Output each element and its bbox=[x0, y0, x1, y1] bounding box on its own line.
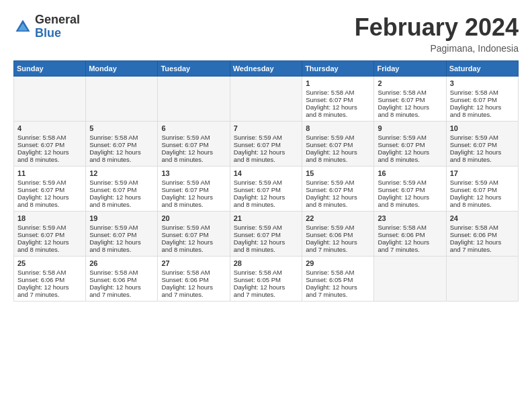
calendar-cell: 26Sunrise: 5:58 AMSunset: 6:06 PMDayligh… bbox=[86, 257, 158, 302]
day-info-line: and 8 minutes. bbox=[17, 246, 82, 253]
day-info-line: Sunrise: 5:58 AM bbox=[89, 269, 154, 276]
calendar-cell: 27Sunrise: 5:58 AMSunset: 6:06 PMDayligh… bbox=[158, 257, 230, 302]
day-info-line: Sunrise: 5:58 AM bbox=[306, 89, 370, 96]
day-info-line: and 8 minutes. bbox=[234, 246, 298, 253]
day-info-line: Sunset: 6:07 PM bbox=[234, 141, 298, 148]
calendar-header-row: SundayMondayTuesdayWednesdayThursdayFrid… bbox=[14, 61, 519, 77]
calendar-week-row: 18Sunrise: 5:59 AMSunset: 6:07 PMDayligh… bbox=[14, 212, 519, 257]
calendar-cell: 28Sunrise: 5:58 AMSunset: 6:05 PMDayligh… bbox=[230, 257, 302, 302]
day-info-line: Sunrise: 5:59 AM bbox=[378, 134, 442, 141]
day-info-line: Sunset: 6:07 PM bbox=[161, 141, 226, 148]
day-number: 25 bbox=[17, 259, 82, 267]
calendar-cell bbox=[86, 77, 158, 122]
day-info-line: Sunset: 6:07 PM bbox=[89, 231, 154, 238]
day-number: 23 bbox=[378, 214, 442, 222]
calendar-cell: 5Sunrise: 5:58 AMSunset: 6:07 PMDaylight… bbox=[86, 122, 158, 167]
day-info-line: Sunset: 6:07 PM bbox=[89, 186, 154, 193]
day-info-line: and 8 minutes. bbox=[17, 201, 82, 208]
day-info-line: Sunrise: 5:58 AM bbox=[234, 269, 298, 276]
day-info-line: Sunset: 6:07 PM bbox=[17, 231, 82, 238]
calendar-week-row: 25Sunrise: 5:58 AMSunset: 6:06 PMDayligh… bbox=[14, 257, 519, 302]
day-number: 13 bbox=[161, 169, 226, 177]
day-header-wednesday: Wednesday bbox=[230, 61, 302, 77]
day-info-line: Sunset: 6:07 PM bbox=[378, 186, 442, 193]
day-number: 18 bbox=[17, 214, 82, 222]
day-header-tuesday: Tuesday bbox=[158, 61, 230, 77]
day-info-line: Sunrise: 5:58 AM bbox=[450, 224, 515, 231]
day-info-line: and 8 minutes. bbox=[161, 246, 226, 253]
day-info-line: and 7 minutes. bbox=[450, 246, 515, 253]
day-info-line: Sunrise: 5:58 AM bbox=[378, 224, 442, 231]
day-info-line: Sunset: 6:06 PM bbox=[378, 231, 442, 238]
day-info-line: Daylight: 12 hours bbox=[17, 193, 82, 201]
day-info-line: and 7 minutes. bbox=[306, 291, 370, 298]
calendar-cell: 12Sunrise: 5:59 AMSunset: 6:07 PMDayligh… bbox=[86, 167, 158, 212]
page-header: General Blue February 2024 Pagimana, Ind… bbox=[13, 13, 519, 54]
calendar-cell: 22Sunrise: 5:59 AMSunset: 6:06 PMDayligh… bbox=[302, 212, 374, 257]
day-info-line: Daylight: 12 hours bbox=[89, 283, 154, 291]
day-info-line: Sunrise: 5:58 AM bbox=[89, 134, 154, 141]
calendar-cell: 20Sunrise: 5:59 AMSunset: 6:07 PMDayligh… bbox=[158, 212, 230, 257]
logo-blue-text: Blue bbox=[35, 27, 80, 40]
day-info-line: Sunrise: 5:58 AM bbox=[17, 134, 82, 141]
day-info-line: Sunrise: 5:59 AM bbox=[89, 224, 154, 231]
day-info-line: Sunrise: 5:59 AM bbox=[306, 179, 370, 186]
day-header-saturday: Saturday bbox=[446, 61, 518, 77]
day-number: 24 bbox=[450, 214, 515, 222]
day-info-line: Daylight: 12 hours bbox=[234, 283, 298, 291]
day-info-line: Sunset: 6:06 PM bbox=[306, 231, 370, 238]
day-header-thursday: Thursday bbox=[302, 61, 374, 77]
day-number: 17 bbox=[450, 169, 515, 177]
day-info-line: Sunrise: 5:59 AM bbox=[17, 224, 82, 231]
day-number: 19 bbox=[89, 214, 154, 222]
day-info-line: Sunset: 6:07 PM bbox=[378, 96, 442, 103]
month-title: February 2024 bbox=[355, 13, 519, 42]
day-info-line: Daylight: 12 hours bbox=[306, 148, 370, 156]
logo-text: General Blue bbox=[35, 13, 80, 40]
calendar-cell bbox=[446, 257, 518, 302]
day-info-line: and 8 minutes. bbox=[161, 156, 226, 163]
calendar-cell: 6Sunrise: 5:59 AMSunset: 6:07 PMDaylight… bbox=[158, 122, 230, 167]
day-info-line: and 8 minutes. bbox=[450, 156, 515, 163]
day-info-line: Daylight: 12 hours bbox=[306, 103, 370, 111]
day-number: 27 bbox=[161, 259, 226, 267]
day-info-line: Sunset: 6:07 PM bbox=[89, 141, 154, 148]
logo-icon bbox=[13, 17, 32, 36]
day-number: 29 bbox=[306, 259, 370, 267]
day-info-line: Sunset: 6:06 PM bbox=[17, 276, 82, 283]
day-info-line: Daylight: 12 hours bbox=[378, 238, 442, 246]
day-info-line: Daylight: 12 hours bbox=[378, 148, 442, 156]
day-info-line: Sunset: 6:07 PM bbox=[234, 231, 298, 238]
day-info-line: and 8 minutes. bbox=[378, 201, 442, 208]
logo-general-text: General bbox=[35, 13, 80, 27]
day-number: 20 bbox=[161, 214, 226, 222]
day-info-line: Daylight: 12 hours bbox=[234, 148, 298, 156]
day-number: 22 bbox=[306, 214, 370, 222]
calendar-cell bbox=[14, 77, 86, 122]
day-number: 3 bbox=[450, 79, 515, 87]
calendar-cell: 17Sunrise: 5:59 AMSunset: 6:07 PMDayligh… bbox=[446, 167, 518, 212]
day-info-line: Sunset: 6:07 PM bbox=[17, 141, 82, 148]
day-info-line: Sunrise: 5:59 AM bbox=[17, 179, 82, 186]
day-info-line: and 7 minutes. bbox=[306, 246, 370, 253]
day-info-line: Sunrise: 5:59 AM bbox=[450, 179, 515, 186]
day-info-line: Sunset: 6:07 PM bbox=[450, 141, 515, 148]
day-info-line: Daylight: 12 hours bbox=[161, 193, 226, 201]
day-info-line: Daylight: 12 hours bbox=[89, 148, 154, 156]
day-info-line: Daylight: 12 hours bbox=[17, 238, 82, 246]
day-info-line: Sunrise: 5:59 AM bbox=[234, 179, 298, 186]
day-info-line: Daylight: 12 hours bbox=[450, 103, 515, 111]
day-info-line: Sunrise: 5:59 AM bbox=[306, 134, 370, 141]
calendar-cell: 29Sunrise: 5:58 AMSunset: 6:05 PMDayligh… bbox=[302, 257, 374, 302]
day-info-line: Sunrise: 5:58 AM bbox=[17, 269, 82, 276]
day-info-line: Sunset: 6:06 PM bbox=[450, 231, 515, 238]
day-info-line: and 8 minutes. bbox=[450, 201, 515, 208]
calendar-cell: 7Sunrise: 5:59 AMSunset: 6:07 PMDaylight… bbox=[230, 122, 302, 167]
day-info-line: Daylight: 12 hours bbox=[89, 238, 154, 246]
day-info-line: Sunset: 6:05 PM bbox=[306, 276, 370, 283]
day-info-line: Daylight: 12 hours bbox=[161, 238, 226, 246]
day-info-line: Daylight: 12 hours bbox=[17, 148, 82, 156]
day-info-line: Sunset: 6:07 PM bbox=[161, 186, 226, 193]
day-number: 10 bbox=[450, 124, 515, 132]
calendar-week-row: 4Sunrise: 5:58 AMSunset: 6:07 PMDaylight… bbox=[14, 122, 519, 167]
